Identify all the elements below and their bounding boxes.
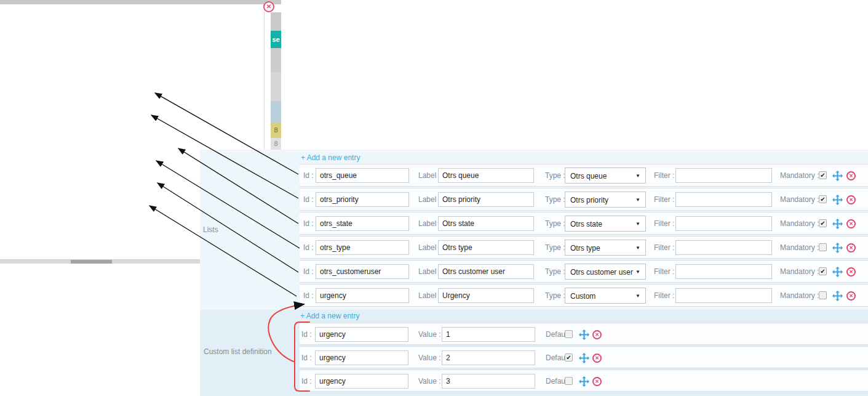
type-label: Type :	[545, 236, 565, 259]
lists-row: Id : Label : Type : Otrs queue▼ Filter :…	[300, 164, 868, 187]
filter-label: Filter :	[654, 285, 674, 307]
filter-input[interactable]	[675, 216, 772, 231]
id-input[interactable]	[316, 192, 409, 207]
mandatory-checkbox[interactable]: ✔	[819, 171, 827, 179]
delete-icon[interactable]: ✕	[846, 171, 856, 180]
default-checkbox[interactable]: ✔	[565, 354, 573, 362]
id-input[interactable]	[316, 288, 409, 303]
type-select[interactable]: Otrs state▼	[565, 216, 646, 232]
lists-row: Id : Label : Type : Otrs state▼ Filter :…	[300, 212, 868, 235]
move-icon[interactable]	[579, 329, 589, 340]
close-icon[interactable]: ✕	[263, 1, 274, 12]
mandatory-checkbox[interactable]: ✔	[819, 267, 827, 275]
default-checkbox[interactable]	[565, 330, 573, 338]
lists-add-entry-link[interactable]: + Add a new entry	[301, 153, 360, 162]
filter-label: Filter :	[654, 164, 674, 187]
label-input[interactable]	[438, 240, 534, 255]
id-label: Id :	[301, 347, 312, 369]
filter-label: Filter :	[654, 188, 674, 211]
delete-icon[interactable]: ✕	[846, 195, 856, 204]
type-label: Type :	[545, 164, 565, 187]
custom-list-group-label: Custom list definition	[204, 347, 272, 356]
horizontal-scrollbar[interactable]	[0, 260, 200, 264]
label-label: Label :	[418, 261, 440, 283]
label-input[interactable]	[438, 288, 534, 303]
delete-icon[interactable]: ✕	[846, 243, 856, 253]
id-input[interactable]	[315, 350, 408, 365]
id-input[interactable]	[316, 216, 409, 231]
caret-down-icon: ▼	[635, 288, 640, 304]
move-icon[interactable]	[832, 291, 843, 301]
value-input[interactable]	[442, 350, 535, 365]
type-select[interactable]: Otrs priority▼	[565, 192, 646, 208]
type-select[interactable]: Otrs customer user▼	[565, 264, 646, 280]
move-icon[interactable]	[832, 195, 843, 205]
delete-icon[interactable]: ✕	[846, 291, 856, 301]
bg-table-cell: 8	[271, 123, 281, 138]
label-input[interactable]	[438, 192, 534, 207]
id-input[interactable]	[316, 264, 409, 279]
label-input[interactable]	[438, 168, 534, 183]
type-label: Type :	[545, 261, 565, 283]
value-input[interactable]	[442, 327, 535, 342]
label-input[interactable]	[438, 264, 534, 279]
bg-table-cell	[271, 12, 281, 31]
filter-label: Filter :	[654, 261, 674, 283]
delete-icon[interactable]: ✕	[592, 354, 602, 363]
id-label: Id :	[303, 188, 314, 211]
move-icon[interactable]	[579, 376, 589, 387]
lists-row: Id : Label : Type : Otrs priority▼ Filte…	[300, 188, 868, 211]
filter-input[interactable]	[675, 264, 772, 279]
type-select[interactable]: Custom▼	[565, 288, 646, 304]
value-label: Value :	[418, 323, 440, 345]
delete-icon[interactable]: ✕	[592, 377, 602, 386]
custom-add-entry-link[interactable]: + Add a new entry	[300, 312, 359, 320]
id-input[interactable]	[316, 240, 409, 255]
filter-input[interactable]	[675, 168, 772, 183]
value-input[interactable]	[442, 374, 535, 389]
caret-down-icon: ▼	[635, 216, 640, 232]
id-label: Id :	[303, 285, 314, 307]
lists-row: Id : Label : Type : Custom▼ Filter : Man…	[300, 284, 868, 307]
delete-icon[interactable]: ✕	[846, 219, 856, 228]
label-label: Label :	[418, 236, 440, 259]
type-label: Type :	[545, 188, 565, 211]
caret-down-icon: ▼	[635, 168, 640, 184]
id-input[interactable]	[316, 168, 409, 183]
type-select[interactable]: Otrs queue▼	[565, 168, 646, 184]
label-input[interactable]	[438, 216, 534, 231]
id-input[interactable]	[315, 327, 408, 342]
mandatory-checkbox[interactable]	[819, 243, 827, 251]
scrollbar-thumb[interactable]	[71, 260, 112, 264]
value-label: Value :	[418, 370, 440, 392]
delete-icon[interactable]: ✕	[592, 330, 602, 339]
move-icon[interactable]	[579, 353, 589, 363]
filter-input[interactable]	[675, 240, 772, 255]
move-icon[interactable]	[832, 171, 843, 181]
id-input[interactable]	[315, 374, 408, 389]
bg-table-cell	[271, 48, 281, 72]
default-checkbox[interactable]	[565, 377, 573, 385]
mandatory-label: Mandatory :	[780, 261, 819, 283]
custom-list-row: Id : Value : Default : ✔ ✕	[300, 346, 868, 368]
filter-input[interactable]	[675, 192, 772, 207]
bg-table-cell	[271, 101, 281, 123]
type-label: Type :	[545, 212, 565, 235]
caret-down-icon: ▼	[635, 240, 640, 256]
caret-down-icon: ▼	[635, 192, 640, 208]
filter-input[interactable]	[675, 288, 772, 303]
delete-icon[interactable]: ✕	[846, 267, 856, 277]
type-select[interactable]: Otrs type▼	[565, 240, 646, 256]
move-icon[interactable]	[832, 243, 843, 253]
move-icon[interactable]	[832, 219, 843, 229]
mandatory-checkbox[interactable]: ✔	[819, 219, 827, 227]
caret-down-icon: ▼	[635, 264, 640, 280]
label-label: Label :	[418, 285, 440, 307]
move-icon[interactable]	[832, 267, 843, 277]
mandatory-checkbox[interactable]: ✔	[819, 195, 827, 203]
mandatory-checkbox[interactable]	[819, 291, 827, 299]
value-label: Value :	[418, 347, 440, 369]
id-label: Id :	[303, 212, 314, 235]
id-label: Id :	[303, 236, 314, 259]
id-label: Id :	[303, 261, 314, 283]
